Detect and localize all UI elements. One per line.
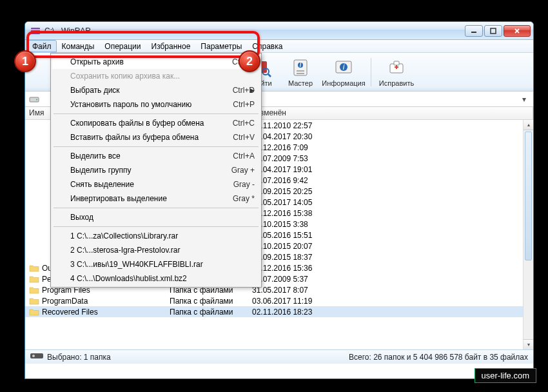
menu-item-shortcut: Gray -	[233, 180, 255, 189]
repair-icon	[386, 57, 407, 78]
folder-icon	[29, 198, 39, 207]
menu-options[interactable]: Параметры	[195, 40, 247, 52]
cell-date: 12.10.2015 20:07	[252, 242, 533, 251]
folder-icon	[29, 253, 39, 262]
menu-item-shortcut: Gray +	[231, 166, 255, 175]
svg-rect-20	[396, 65, 397, 69]
menu-item[interactable]: Скопировать файлы в буфер обменаCtrl+C	[52, 116, 260, 130]
address-dropdown-button[interactable]: ▾	[519, 94, 529, 104]
table-row[interactable]: ProgramDataПапка с файлами03.06.2017 11:…	[25, 295, 533, 306]
cell-date: 19.12.2016 15:38	[252, 209, 533, 218]
menu-item-label: Сохранить копию архива как...	[70, 72, 255, 81]
drive-icon	[29, 94, 39, 104]
toolbar-info-label: Информация	[322, 79, 365, 87]
menu-separator	[54, 226, 259, 227]
cell-type: Папка с файлами	[170, 297, 252, 306]
cell-date: 20.10.2015 3:38	[252, 220, 533, 229]
menu-favorites[interactable]: Избранное	[146, 40, 196, 52]
cell-date: 19.04.2017 20:30	[252, 132, 533, 141]
menu-item-label: 1 C:\...za\Collections\Library.rar	[70, 231, 255, 240]
wizard-icon: i	[290, 57, 311, 78]
table-row[interactable]: Recovered FilesПапка с файлами02.11.2016…	[25, 306, 533, 317]
menu-item-label: 4 C:\...\Downloads\hublist.xml.bz2	[70, 274, 255, 283]
svg-rect-4	[491, 28, 496, 34]
menu-item-label: Инвертировать выделение	[70, 194, 233, 203]
menu-item[interactable]: 1 C:\...za\Collections\Library.rar	[52, 229, 260, 243]
maximize-button[interactable]	[484, 25, 502, 37]
annotation-callout-2: 2	[239, 50, 260, 72]
menu-item[interactable]: Выделить группуGray +	[52, 163, 260, 177]
scroll-up-button[interactable]: ▴	[524, 120, 533, 130]
cell-date: 19.04.2017 19:01	[252, 165, 533, 174]
menu-operations[interactable]: Операции	[99, 40, 146, 52]
cell-date: 15.09.2015 18:37	[252, 253, 533, 262]
file-menu-dropdown: Открыть архивCtrl+OСохранить копию архив…	[50, 53, 262, 288]
annotation-callout-1: 1	[14, 50, 36, 72]
folder-icon	[29, 143, 39, 152]
svg-point-24	[32, 355, 35, 357]
menu-item[interactable]: Инвертировать выделениеGray *	[52, 191, 260, 206]
svg-text:i: i	[343, 63, 345, 72]
menu-item-shortcut: Ctrl+A	[233, 152, 255, 161]
menu-item[interactable]: 2 C:\...sterosa-Igra-Prestolov.rar	[52, 243, 260, 257]
window-controls	[464, 25, 531, 37]
menu-separator	[54, 146, 259, 147]
titlebar: C:\ - WinRAR	[25, 22, 533, 40]
menu-item-label: 2 C:\...sterosa-Igra-Prestolov.rar	[70, 246, 255, 255]
menu-item-label: Снять выделение	[70, 180, 233, 189]
folder-icon	[29, 165, 39, 174]
cell-date: 02.11.2016 18:23	[252, 308, 533, 317]
folder-icon	[29, 275, 39, 284]
svg-rect-18	[394, 61, 399, 65]
vertical-scrollbar[interactable]: ▴ ▾	[523, 120, 533, 349]
folder-icon	[29, 209, 39, 218]
toolbar-wizard-label: Мастер	[288, 79, 313, 87]
menu-item[interactable]: Выделить всеCtrl+A	[52, 149, 260, 163]
statusbar: Выбрано: 1 папка Всего: 26 папок и 5 404…	[25, 349, 533, 364]
folder-icon	[29, 308, 39, 317]
menu-item-shortcut: Ctrl+V	[233, 133, 255, 142]
menu-item[interactable]: Открыть архивCtrl+O	[52, 55, 260, 69]
cell-name: ProgramData	[42, 297, 170, 306]
menu-item[interactable]: Снять выделениеGray -	[52, 177, 260, 191]
cell-date: 25.07.2016 9:42	[252, 176, 533, 185]
menu-item: Сохранить копию архива как...	[52, 69, 260, 83]
cell-date: 08.05.2017 14:05	[252, 198, 533, 207]
scroll-down-button[interactable]: ▾	[524, 339, 533, 349]
folder-icon	[29, 297, 39, 306]
minimize-button[interactable]	[465, 25, 483, 37]
menubar: Файл Команды Операции Избранное Параметр…	[25, 40, 533, 53]
menu-item[interactable]: Вставить файлы из буфера обменаCtrl+V	[52, 130, 260, 144]
menu-item-label: Выход	[70, 213, 255, 222]
menu-item[interactable]: 4 C:\...\Downloads\hublist.xml.bz2	[52, 271, 260, 286]
watermark: user-life.com	[475, 368, 536, 383]
menu-item[interactable]: Установить пароль по умолчаниюCtrl+P	[52, 97, 260, 112]
folder-icon	[29, 132, 39, 141]
cell-type: Папка с файлами	[170, 308, 252, 317]
window-title: C:\ - WinRAR	[44, 26, 464, 35]
app-window: C:\ - WinRAR Файл Команды Операции Избра…	[24, 21, 534, 379]
close-button[interactable]	[504, 25, 531, 37]
folder-icon	[29, 154, 39, 163]
menu-file[interactable]: Файл	[27, 40, 57, 52]
cell-date: 09.05.2016 15:51	[252, 231, 533, 240]
status-selection: Выбрано: 1 папка	[47, 353, 111, 362]
status-icon	[30, 352, 43, 362]
menu-item[interactable]: 3 C:\...ивы\19_WH40KFLAFFBIBLI.rar	[52, 257, 260, 271]
folder-icon	[29, 176, 39, 185]
scroll-thumb[interactable]	[525, 132, 532, 260]
toolbar-repair[interactable]: Исправить	[375, 55, 418, 90]
menu-item-shortcut: Ctrl+C	[233, 119, 255, 128]
cell-date: 14.07.2009 7:53	[252, 154, 533, 163]
toolbar-info[interactable]: i Информация	[320, 55, 367, 90]
menu-item-label: 3 C:\...ивы\19_WH40KFLAFFBIBLI.rar	[70, 260, 255, 269]
folder-icon	[29, 220, 39, 229]
menu-item[interactable]: Выход	[52, 210, 260, 224]
menu-commands[interactable]: Команды	[57, 40, 100, 52]
svg-point-22	[36, 99, 37, 100]
menu-item[interactable]: Выбрать дискCtrl+D▶	[52, 83, 260, 97]
folder-icon	[29, 264, 39, 273]
toolbar-wizard[interactable]: i Мастер	[282, 55, 319, 90]
column-modified[interactable]: Изменён	[251, 107, 533, 119]
menu-item-shortcut: Ctrl+P	[233, 100, 255, 109]
